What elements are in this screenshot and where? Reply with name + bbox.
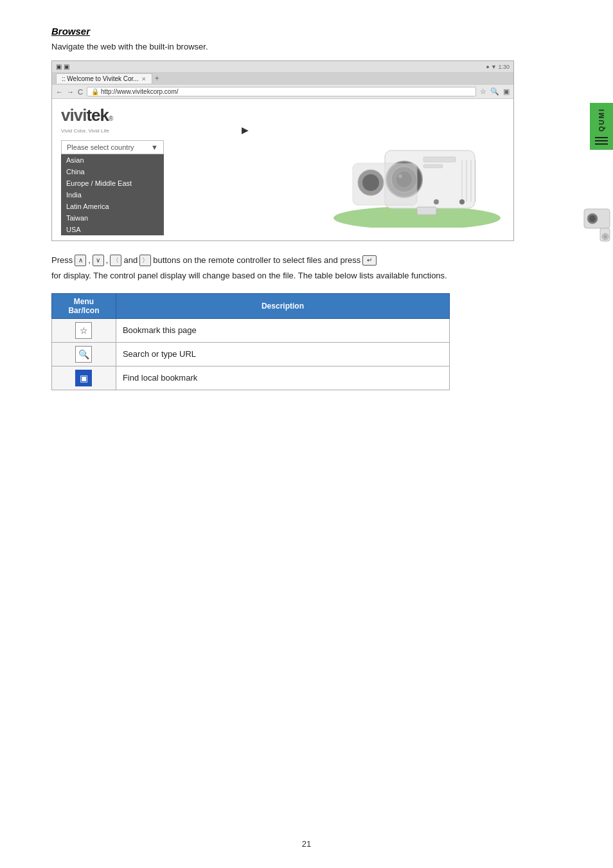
logo-text2: tek — [86, 105, 109, 125]
mini-projector-svg — [581, 206, 613, 244]
country-option-usa[interactable]: USA — [61, 224, 164, 235]
browser-screenshot: ▣ ▣ ● ▼ 1:30 :: Welcome to Vivitek Cor..… — [51, 60, 514, 241]
svg-rect-10 — [423, 157, 456, 162]
svg-point-13 — [434, 199, 439, 204]
country-option-latin[interactable]: Latin America — [61, 201, 164, 212]
qumi-tab-text: QUMI — [598, 108, 605, 132]
page-number: 21 — [302, 839, 311, 849]
qumi-tab-lines — [595, 137, 608, 145]
svg-point-20 — [589, 215, 596, 222]
tab-label: :: Welcome to Vivitek Cor... — [62, 75, 139, 82]
dropdown-arrow-icon: ▼ — [151, 143, 158, 151]
tab-line-1 — [595, 137, 608, 138]
browser-content: vivitek® Vivid Color, Vivid Life ▶ Pleas… — [52, 99, 513, 240]
left-button-symbol: 〈 — [110, 255, 121, 266]
buttons-suffix: buttons on the remote controller to sele… — [153, 254, 360, 267]
browser-titlebar: ▣ ▣ ● ▼ 1:30 — [52, 61, 513, 72]
logo-text: vivi — [61, 105, 86, 125]
country-option-india[interactable]: India — [61, 189, 164, 201]
press-label: Press — [51, 254, 73, 267]
browser-tab[interactable]: :: Welcome to Vivitek Cor... ✕ — [56, 73, 152, 84]
local-bookmark-table-icon: ▣ — [75, 370, 92, 386]
browser-addressbar: ← → C 🔒 http://www.vivitekcorp.com/ ☆ 🔍 … — [52, 85, 513, 99]
desc-cell-1: Bookmark this page — [116, 318, 449, 342]
table-row: ☆ Bookmark this page — [52, 318, 450, 342]
local-bookmark-icon[interactable]: ▣ — [503, 87, 510, 96]
secure-icon: 🔒 — [91, 88, 99, 95]
tab-line-3 — [595, 143, 608, 145]
icon-cell-1: ☆ — [52, 318, 116, 342]
new-tab-button[interactable]: + — [155, 74, 159, 83]
country-option-china[interactable]: China — [61, 166, 164, 177]
up-button-symbol: ∧ — [75, 255, 86, 266]
right-button-symbol: 〉 — [139, 255, 151, 266]
tab-line-2 — [595, 140, 608, 141]
section-title: Browser — [51, 26, 540, 37]
icon-cell-3: ▣ — [52, 366, 116, 390]
icon-cell-2: 🔍 — [52, 342, 116, 366]
tab-close-icon[interactable]: ✕ — [141, 76, 147, 82]
country-select[interactable]: Please select country ▼ Asian China Euro… — [61, 140, 164, 154]
refresh-button[interactable]: C — [78, 88, 83, 96]
svg-rect-11 — [423, 165, 443, 168]
country-select-label: Please select country — [67, 143, 134, 151]
country-option-europe[interactable]: Europe / Middle East — [61, 177, 164, 189]
titlebar-right: ● ▼ 1:30 — [486, 64, 510, 70]
table-row: 🔍 Search or type URL — [52, 342, 450, 366]
sep1: , — [88, 254, 91, 267]
cursor-indicator: ▶ — [242, 125, 249, 135]
country-option-taiwan[interactable]: Taiwan — [61, 212, 164, 224]
enter-button-symbol: ↵ — [362, 255, 377, 266]
projector-svg — [333, 125, 501, 228]
svg-point-23 — [603, 235, 607, 239]
down-button-symbol: ∨ — [93, 255, 104, 266]
browser-tab-bar: :: Welcome to Vivitek Cor... ✕ + — [52, 72, 513, 85]
url-text: http://www.vivitekcorp.com/ — [101, 88, 179, 95]
table-header-desc: Description — [116, 293, 449, 318]
titlebar-window-icons: ▣ ▣ — [56, 63, 69, 70]
projector-image — [327, 118, 507, 234]
svg-point-17 — [362, 174, 379, 191]
search-table-icon: 🔍 — [75, 346, 92, 363]
desc-cell-3: Find local bookmark — [116, 366, 449, 390]
table-header-icon: Menu Bar/Icon — [52, 293, 116, 318]
bookmark-table-icon: ☆ — [75, 322, 92, 339]
country-select-button[interactable]: Please select country ▼ — [61, 140, 164, 154]
and-label: and — [123, 254, 138, 267]
sep2: , — [106, 254, 109, 267]
bookmark-icon[interactable]: ☆ — [480, 87, 486, 96]
forward-button[interactable]: → — [67, 88, 74, 96]
url-bar[interactable]: 🔒 http://www.vivitekcorp.com/ — [87, 87, 476, 96]
right-mini-projector — [581, 206, 613, 244]
country-dropdown: Asian China Europe / Middle East India L… — [61, 154, 164, 235]
description-area: Press ∧ , ∨ , 〈 and 〉 buttons on the rem… — [51, 254, 540, 283]
section-description: Navigate the web with the built-in brows… — [51, 42, 540, 51]
svg-point-14 — [459, 199, 465, 204]
search-addr-icon[interactable]: 🔍 — [490, 87, 499, 96]
desc-cell-2: Search or type URL — [116, 342, 449, 366]
desc-line2: for display. The control panel display w… — [51, 271, 447, 280]
trademark: ® — [109, 115, 112, 122]
right-side-qumi-tab: QUMI — [590, 103, 613, 150]
titlebar-status: ● ▼ 1:30 — [486, 64, 510, 70]
svg-rect-12 — [417, 207, 436, 215]
titlebar-left: ▣ ▣ — [56, 63, 69, 70]
function-table: Menu Bar/Icon Description ☆ Bookmark thi… — [51, 293, 450, 390]
table-row: ▣ Find local bookmark — [52, 366, 450, 390]
back-button[interactable]: ← — [56, 88, 63, 96]
country-option-asian[interactable]: Asian — [61, 154, 164, 166]
address-bar-icons: ☆ 🔍 ▣ — [480, 87, 510, 96]
